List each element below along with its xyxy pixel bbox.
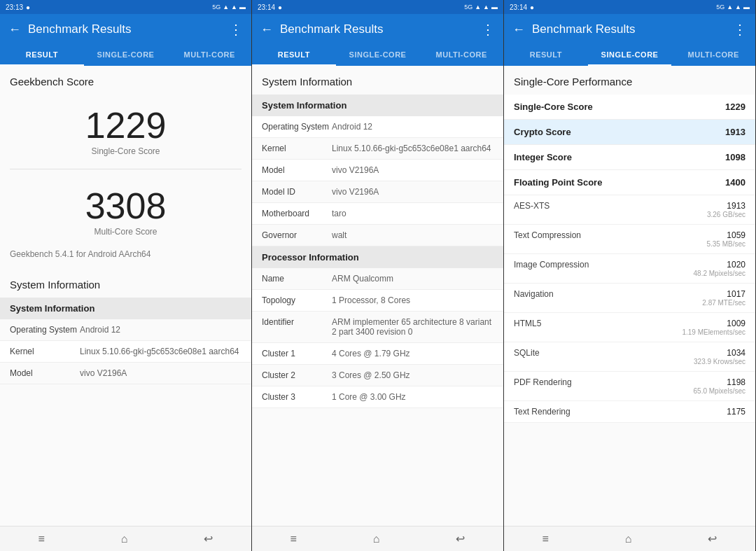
content-3: Single-Core Performance Single-Core Scor… <box>504 66 755 526</box>
bench-right-6: 1198 65.0 Mpixels/sec <box>694 377 746 395</box>
back-button-2[interactable]: ← <box>260 22 273 37</box>
row-key-os: Operating System <box>10 325 80 335</box>
top-bar-1: ← Benchmark Results ⋮ <box>0 14 251 45</box>
table-row: Name ARM Qualcomm <box>252 268 503 290</box>
single-core-score-block: 1229 Single-Core Score <box>0 95 251 163</box>
row-val: vivo V2196A <box>332 165 493 175</box>
row-key: Cluster 1 <box>262 349 332 358</box>
row-key: Cluster 3 <box>262 392 332 402</box>
geekbench-version-info: Geekbench 5.4.1 for Android AArch64 <box>0 244 251 269</box>
bottom-nav-3: ≡ ⌂ ↩ <box>504 526 755 551</box>
score-val-1: 1913 <box>725 127 746 137</box>
row-key: Topology <box>262 295 332 305</box>
row-val: vivo V2196A <box>332 187 493 197</box>
home-icon-2[interactable]: ⌂ <box>373 533 380 545</box>
table-row: Cluster 3 1 Core @ 3.00 GHz <box>252 386 503 408</box>
single-core-number: 1229 <box>0 107 251 144</box>
row-val: 1 Core @ 3.00 GHz <box>332 392 493 402</box>
row-key-model: Model <box>10 368 80 378</box>
table-row: Model vivo V2196A <box>0 363 251 384</box>
battery-icon: ▬ <box>239 4 246 11</box>
panel-system-information: 23:14 ● 5G ▲ ▲ ▬ ← Benchmark Results ⋮ R… <box>252 0 504 551</box>
row-key: Model ID <box>262 187 332 197</box>
status-icons-1: 5G ▲ ▲ ▬ <box>212 4 246 11</box>
row-val: ARM implementer 65 architecture 8 varian… <box>332 317 493 337</box>
row-val: Android 12 <box>332 122 493 132</box>
multi-core-number: 3308 <box>0 188 251 224</box>
tab-result-1[interactable]: RESULT <box>0 45 84 66</box>
bench-label-2: Image Compression <box>514 260 589 270</box>
tab-result-2[interactable]: RESULT <box>252 45 336 66</box>
bench-label-5: SQLite <box>514 348 540 358</box>
bench-score-3: 1017 <box>702 289 746 299</box>
tab-singlecore-1[interactable]: SINGLE-CORE <box>84 45 168 66</box>
back-button-3[interactable]: ← <box>512 22 525 37</box>
table-row: Cluster 2 3 Cores @ 2.50 GHz <box>252 365 503 386</box>
signal-icon: ▲ <box>231 4 237 11</box>
status-time-1: 23:13 ● <box>6 4 30 11</box>
table-row: Model ID vivo V2196A <box>252 181 503 203</box>
bench-label-7: Text Rendering <box>514 407 570 417</box>
row-val: Linux 5.10.66-gki-g5c653c6e08e1 aarch64 <box>332 144 493 153</box>
bench-score-4: 1009 <box>682 319 746 328</box>
back-nav-icon[interactable]: ↩ <box>204 532 213 545</box>
menu-button-1[interactable]: ⋮ <box>229 21 243 38</box>
row-key: Model <box>262 165 332 175</box>
page-title-1: Benchmark Results <box>28 22 222 36</box>
score-label-3: Floating Point Score <box>514 177 602 188</box>
bottom-nav-2: ≡ ⌂ ↩ <box>252 526 503 551</box>
status-bar-1: 23:13 ● 5G ▲ ▲ ▬ <box>0 0 251 14</box>
status-time-3: 23:14 ● <box>510 4 534 11</box>
score-divider-1 <box>10 169 241 169</box>
bench-row: Image Compression 1020 48.2 Mpixels/sec <box>504 254 755 284</box>
bench-right-7: 1175 <box>727 407 746 417</box>
system-info-heading-2: System Information <box>252 66 503 95</box>
hamburger-icon-2[interactable]: ≡ <box>290 533 296 545</box>
alert-icon-3: ● <box>530 4 534 11</box>
hamburger-icon-3[interactable]: ≡ <box>542 533 548 545</box>
bench-label-6: PDF Rendering <box>514 377 572 387</box>
alert-icon: ● <box>26 4 30 11</box>
home-icon-3[interactable]: ⌂ <box>625 533 632 545</box>
menu-button-3[interactable]: ⋮ <box>733 21 747 38</box>
table-row: Motherboard taro <box>252 203 503 225</box>
score-label-2: Integer Score <box>514 152 572 162</box>
status-time-2: 23:14 ● <box>258 4 282 11</box>
summary-score-row: Single-Core Score 1229 <box>504 95 755 120</box>
row-key: Kernel <box>262 144 332 153</box>
row-key: Name <box>262 274 332 284</box>
tab-multicore-3[interactable]: MULTI-CORE <box>671 45 755 66</box>
bench-score-7: 1175 <box>727 407 746 417</box>
multi-core-label: Multi-Core Score <box>0 227 251 237</box>
bench-sub-5: 323.9 Krows/sec <box>694 358 746 365</box>
row-val-os: Android 12 <box>80 325 241 335</box>
single-core-perf-heading: Single-Core Performance <box>504 66 755 95</box>
bench-row: PDF Rendering 1198 65.0 Mpixels/sec <box>504 372 755 401</box>
hamburger-icon[interactable]: ≡ <box>38 533 44 545</box>
bench-score-2: 1020 <box>694 260 746 270</box>
row-val: ARM Qualcomm <box>332 274 493 284</box>
back-nav-icon-3[interactable]: ↩ <box>708 532 717 545</box>
menu-button-2[interactable]: ⋮ <box>481 21 495 38</box>
back-button-1[interactable]: ← <box>8 22 21 37</box>
home-icon[interactable]: ⌂ <box>121 533 128 545</box>
tab-singlecore-2[interactable]: SINGLE-CORE <box>336 45 420 66</box>
time-display-3: 23:14 <box>510 4 527 11</box>
row-val: 3 Cores @ 2.50 GHz <box>332 370 493 380</box>
table-row: Topology 1 Processor, 8 Cores <box>252 290 503 312</box>
score-label-1: Crypto Score <box>514 127 571 137</box>
score-val-3: 1400 <box>725 177 746 188</box>
wifi-icon: ▲ <box>223 4 229 11</box>
wifi-icon-2: ▲ <box>475 4 481 11</box>
top-bar-3: ← Benchmark Results ⋮ <box>504 14 755 45</box>
bench-row: AES-XTS 1913 3.26 GB/sec <box>504 195 755 225</box>
alert-icon-2: ● <box>278 4 282 11</box>
tab-result-3[interactable]: RESULT <box>504 45 588 66</box>
bench-right-3: 1017 2.87 MTE/sec <box>702 289 746 307</box>
tab-multicore-1[interactable]: MULTI-CORE <box>167 45 251 66</box>
back-nav-icon-2[interactable]: ↩ <box>456 532 465 545</box>
row-key: Identifier <box>262 317 332 337</box>
tab-singlecore-3[interactable]: SINGLE-CORE <box>588 45 672 66</box>
bench-sub-2: 48.2 Mpixels/sec <box>694 270 746 277</box>
tab-multicore-2[interactable]: MULTI-CORE <box>419 45 503 66</box>
